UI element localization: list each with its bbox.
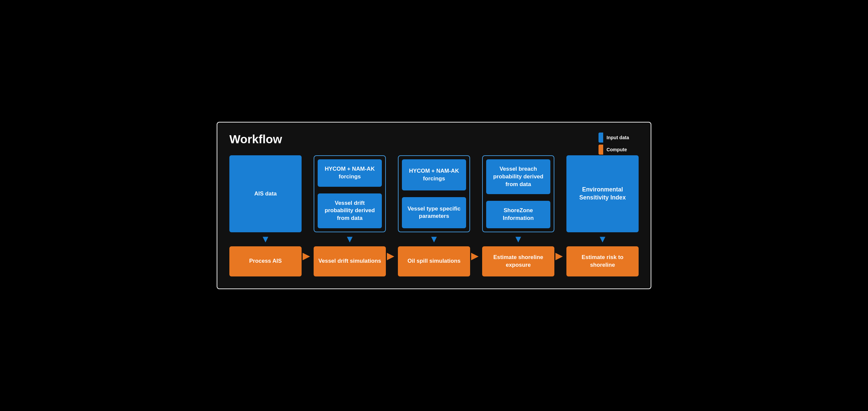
ais-data-box: AIS data: [229, 155, 302, 232]
legend-compute-color: [598, 145, 603, 155]
process-ais-box: Process AIS: [229, 246, 302, 276]
arrow-down-1: ▼: [314, 234, 386, 244]
col4-bottom: Estimate risk to shoreline: [566, 246, 639, 276]
legend-input: Input data: [598, 133, 639, 143]
arrow-right-1: ▶: [386, 155, 398, 276]
col2-group: HYCOM + NAM-AK forcings Vessel type spec…: [398, 155, 470, 232]
col2-box0: HYCOM + NAM-AK forcings: [402, 159, 466, 190]
col1-bottom: Vessel drift simulations: [314, 246, 386, 276]
arrow-right-3: ▶: [554, 155, 566, 276]
arrow-down-2: ▼: [398, 234, 470, 244]
col1-box1: Vessel drift probability derived from da…: [318, 194, 382, 228]
arrow-down-4: ▼: [566, 234, 639, 244]
column-1: HYCOM + NAM-AK forcings Vessel drift pro…: [314, 155, 386, 276]
workflow-container: Input data Compute Workflow AIS data ▼ P…: [217, 122, 651, 289]
legend-compute-label: Compute: [603, 146, 630, 154]
legend: Input data Compute: [598, 133, 639, 155]
col1-group: HYCOM + NAM-AK forcings Vessel drift pro…: [314, 155, 386, 232]
column-0: AIS data ▼ Process AIS: [229, 155, 302, 276]
legend-input-label: Input data: [603, 134, 632, 142]
arrow-down-3: ▼: [482, 234, 554, 244]
page-title: Workflow: [229, 133, 639, 146]
col3-bottom: Estimate shoreline exposure: [482, 246, 554, 276]
column-4: Environmental Sensitivity Index ▼ Estima…: [566, 155, 639, 276]
col2-box1: Vessel type specific parameters: [402, 197, 466, 228]
legend-input-color: [598, 133, 603, 143]
arrow-right-2: ▶: [470, 155, 482, 276]
col1-box0: HYCOM + NAM-AK forcings: [318, 159, 382, 186]
column-3: Vessel breach probability derived from d…: [482, 155, 554, 276]
col3-group: Vessel breach probability derived from d…: [482, 155, 554, 232]
esi-box: Environmental Sensitivity Index: [566, 155, 639, 232]
col3-box0: Vessel breach probability derived from d…: [486, 159, 550, 194]
column-2: HYCOM + NAM-AK forcings Vessel type spec…: [398, 155, 470, 276]
col2-bottom: Oil spill simulations: [398, 246, 470, 276]
arrow-down-0: ▼: [229, 234, 302, 244]
col3-box1: ShoreZone Information: [486, 201, 550, 228]
legend-compute: Compute: [598, 145, 639, 155]
arrow-right-0: ▶: [302, 155, 314, 276]
